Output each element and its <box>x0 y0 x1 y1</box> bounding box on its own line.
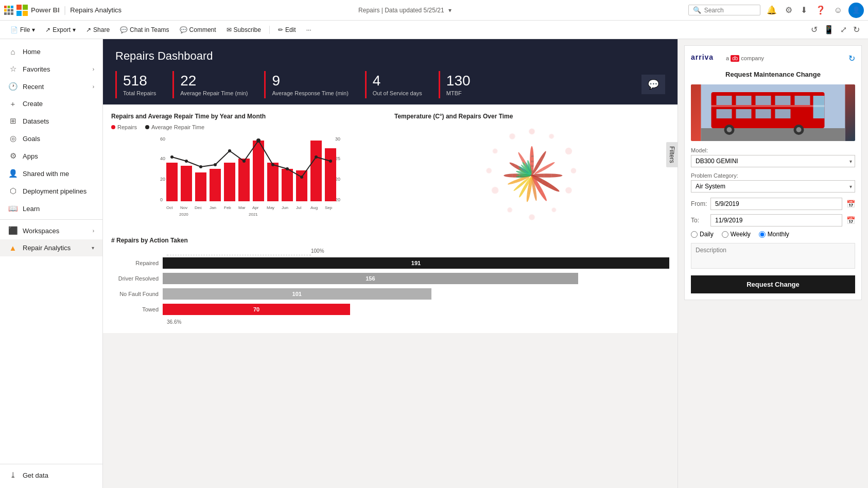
to-calendar-icon[interactable]: 📅 <box>846 216 855 224</box>
kpi-avg-response-time: 9 Average Response Time (min) <box>264 71 364 98</box>
sidebar-item-shared[interactable]: 👤 Shared with me <box>0 165 102 182</box>
svg-point-35 <box>199 165 202 168</box>
sidebar-item-goals[interactable]: ◎ Goals <box>0 130 102 147</box>
sidebar: ⌂ Home ☆ Favorites › 🕐 Recent › + Create… <box>0 39 103 488</box>
from-date-input[interactable] <box>710 198 842 210</box>
sidebar-item-home[interactable]: ⌂ Home <box>0 43 102 60</box>
request-change-button[interactable]: Request Change <box>691 275 855 293</box>
sidebar-label-home: Home <box>23 48 41 56</box>
favorites-chevron-icon: › <box>93 66 94 72</box>
sidebar-item-repair-analytics[interactable]: ▲ Repair Analytics ▾ <box>0 239 102 256</box>
subscribe-label: Subscribe <box>234 26 261 33</box>
radio-monthly-input[interactable] <box>759 231 766 238</box>
legend-repairs: Repairs <box>111 124 137 130</box>
report-name: Repairs Analytics <box>70 6 121 14</box>
filters-tab[interactable]: Filters <box>666 142 678 167</box>
export-button[interactable]: ↗ Export ▾ <box>41 24 80 36</box>
radio-daily-input[interactable] <box>691 231 698 238</box>
sidebar-item-workspaces[interactable]: ⬛ Workspaces › <box>0 222 102 239</box>
hbar-row-nofault: No Fault Found 101 <box>111 288 669 300</box>
sidebar-label-goals: Goals <box>23 135 40 143</box>
share-label: Share <box>93 26 110 33</box>
bar-chart-section: Repairs and Average Repair Time by Year … <box>111 113 394 229</box>
comment-icon: 💬 <box>180 26 187 33</box>
phone-icon[interactable]: 📱 <box>822 23 836 37</box>
hbar-label-repaired: Repaired <box>111 260 163 266</box>
toolbar-separator <box>269 26 270 34</box>
app-logo[interactable]: Power BI <box>4 5 60 16</box>
sidebar-item-recent[interactable]: 🕐 Recent › <box>0 78 102 95</box>
sidebar-item-create[interactable]: + Create <box>0 95 102 112</box>
emoji-icon[interactable]: ☺ <box>832 4 844 17</box>
refresh-panel-button[interactable]: ↻ <box>848 54 855 63</box>
to-date-input[interactable] <box>710 214 842 226</box>
subscribe-button[interactable]: ✉ Subscribe <box>222 24 265 36</box>
expand-icon[interactable]: ⤢ <box>838 23 849 37</box>
sidebar-item-learn[interactable]: 📖 Learn <box>0 200 102 217</box>
more-button[interactable]: ··· <box>302 24 316 36</box>
model-select[interactable]: DB300 GEMINI <box>691 155 855 167</box>
radio-monthly[interactable]: Monthly <box>759 231 789 238</box>
radio-weekly-input[interactable] <box>722 231 728 238</box>
help-icon[interactable]: ❓ <box>813 3 828 17</box>
notification-icon[interactable]: 🔔 <box>765 3 779 17</box>
svg-rect-21 <box>166 163 178 201</box>
chevron-down-icon[interactable]: ▾ <box>448 7 452 14</box>
kpi-total-repairs-label: Total Repairs <box>123 90 156 96</box>
sidebar-item-apps[interactable]: ⚙ Apps <box>0 147 102 165</box>
sidebar-divider <box>0 219 102 220</box>
radio-weekly[interactable]: Weekly <box>722 231 751 238</box>
from-label: From: <box>691 200 706 207</box>
sidebar-label-datasets: Datasets <box>23 117 49 125</box>
svg-text:Mar: Mar <box>238 205 246 210</box>
sidebar-label-learn: Learn <box>23 205 40 213</box>
chat-button[interactable]: 💬 Chat in Teams <box>116 24 173 36</box>
radio-daily[interactable]: Daily <box>691 231 714 238</box>
sidebar-item-get-data[interactable]: ⤓ Get data <box>0 466 102 484</box>
dashboard-header: Repairs Dashboard 518 Total Repairs 22 A… <box>103 39 678 104</box>
chat-icon-button[interactable]: 💬 <box>641 75 665 94</box>
favorites-icon: ☆ <box>8 64 18 74</box>
svg-rect-106 <box>736 96 752 105</box>
svg-rect-24 <box>210 169 221 201</box>
sidebar-item-deployment[interactable]: ⬡ Deployment pipelines <box>0 182 102 200</box>
svg-text:Sep: Sep <box>325 205 333 210</box>
undo-icon[interactable]: ↺ <box>809 23 820 37</box>
sidebar-item-favorites[interactable]: ☆ Favorites › <box>0 60 102 78</box>
svg-rect-29 <box>282 169 293 201</box>
file-button[interactable]: 📄 File ▾ <box>6 24 39 36</box>
sidebar-item-datasets[interactable]: ⊞ Datasets <box>0 112 102 130</box>
create-icon: + <box>8 99 18 108</box>
settings-icon[interactable]: ⚙ <box>783 3 794 17</box>
svg-rect-1 <box>8 6 10 8</box>
refresh-icon[interactable]: ↻ <box>851 23 862 37</box>
search-input[interactable] <box>704 7 756 14</box>
file-label: File <box>20 26 30 33</box>
shared-icon: 👤 <box>8 169 18 178</box>
svg-point-66 <box>507 207 512 213</box>
kpi-avg-repair-time: 22 Average Repair Time (min) <box>172 71 264 98</box>
svg-text:Apr: Apr <box>252 205 259 210</box>
sidebar-label-create: Create <box>23 100 43 108</box>
avatar[interactable]: 👤 <box>848 3 864 18</box>
topbar: Power BI | Repairs Analytics Repairs | D… <box>0 0 868 21</box>
comment-button[interactable]: 💬 Comment <box>176 24 220 36</box>
dashboard-kpis: 518 Total Repairs 22 Average Repair Time… <box>115 71 665 98</box>
svg-rect-7 <box>8 12 10 15</box>
svg-point-44 <box>329 160 332 163</box>
edit-button[interactable]: ✏ Edit <box>274 24 300 36</box>
svg-rect-22 <box>181 166 192 201</box>
waffle-icon[interactable] <box>4 6 13 15</box>
search-box[interactable]: 🔍 <box>688 5 760 15</box>
share-button[interactable]: ↗ Share <box>82 24 114 36</box>
svg-text:2020: 2020 <box>179 212 188 217</box>
svg-rect-23 <box>195 172 206 201</box>
problem-select[interactable]: Air System <box>691 180 855 193</box>
from-calendar-icon[interactable]: 📅 <box>846 200 855 208</box>
edit-icon: ✏ <box>278 26 283 33</box>
description-input[interactable] <box>691 243 855 269</box>
download-icon[interactable]: ⬇ <box>798 3 809 17</box>
teams-icon: 💬 <box>120 26 128 33</box>
svg-text:60: 60 <box>160 136 165 142</box>
model-select-wrapper: DB300 GEMINI ▾ <box>691 155 855 167</box>
